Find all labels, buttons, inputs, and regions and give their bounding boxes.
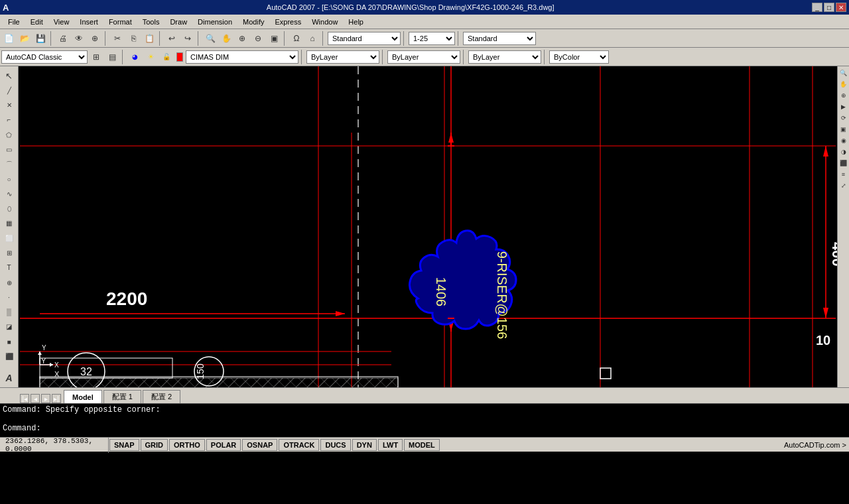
open-button[interactable]: 📂 [17,31,32,46]
spline-button[interactable]: ∿ [2,187,17,200]
tab-prev-btn[interactable]: ◂ [31,394,40,403]
plot-button[interactable]: ⊕ [88,31,102,46]
new-button[interactable]: 📄 [1,31,16,46]
plotstyle-select[interactable]: ByColor [549,50,609,64]
view-btn[interactable]: ◉ [838,135,849,146]
block-button[interactable]: ⬛ [2,349,17,363]
line-button[interactable]: ╱ [2,84,17,97]
properties-button[interactable]: Ω [289,31,304,46]
minimize-button[interactable]: _ [812,3,822,12]
save-button[interactable]: 💾 [33,31,48,46]
menu-tools[interactable]: Tools [137,17,165,27]
pick-button[interactable]: ↖ [2,69,17,82]
rect-button[interactable]: ▭ [2,143,17,156]
arc-button[interactable]: ⌒ [2,158,17,171]
menu-help[interactable]: Help [343,17,369,27]
copy-button[interactable]: ⎘ [126,31,141,46]
drawing-area[interactable]: ↖ ╱ ✕ ⌐ ⬠ ▭ ⌒ ○ ∿ ⬯ ▦ ⬜ ⊞ T ⊕ · ▒ ◪ ■ ⬛ … [0,66,849,387]
viewcube-btn[interactable]: ⬛ [838,158,849,168]
menu-express[interactable]: Express [269,17,306,27]
tab-last-btn[interactable]: ▸| [52,394,61,403]
paste-button[interactable]: 📋 [142,31,157,46]
grid-button[interactable]: GRID [141,439,168,451]
zoom-pan[interactable]: ✋ [219,31,233,46]
fullscreen-btn[interactable]: ⤢ [838,180,849,191]
pan-rt-btn[interactable]: ✋ [838,79,849,90]
lineweight-select[interactable]: ByLayer [468,50,541,64]
zoom-in[interactable]: ⊕ [235,31,249,46]
tab-layout2[interactable]: 配置 2 [143,390,180,403]
gradient-button[interactable]: ▒ [2,306,17,319]
dim-scale-select[interactable]: 1-25 [409,32,455,45]
ellipse-button[interactable]: ⬯ [2,202,17,216]
print-button[interactable]: 🖨 [56,31,70,46]
tab-next-btn[interactable]: ▸ [41,394,50,403]
layer-select[interactable]: CIMAS DIM [186,50,298,64]
menu-edit[interactable]: Edit [25,17,48,27]
canvas[interactable]: 2200 400 10 9-RISER@156 1406 [19,66,837,387]
matchprop-button[interactable]: ⌂ [305,31,320,46]
insert-button[interactable]: ⊕ [2,276,17,289]
close-button[interactable]: ✕ [836,3,846,12]
ducs-button[interactable]: DUCS [320,439,350,451]
preview-button[interactable]: 👁 [72,31,86,46]
hatch-button[interactable]: ▦ [2,217,17,230]
dyn-button[interactable]: DYN [352,439,377,451]
zoom-realtime[interactable]: 🔍 [203,31,218,46]
table-button[interactable]: ⊞ [2,246,17,259]
menu-dimension[interactable]: Dimension [192,17,237,27]
layer-lock[interactable]: 🔓 [159,50,174,64]
xline-button[interactable]: ✕ [2,99,17,112]
undo-button[interactable]: ↩ [164,31,179,46]
face-button[interactable]: ◪ [2,320,17,334]
cut-button[interactable]: ✂ [110,31,125,46]
polar-button[interactable]: POLAR [206,439,241,451]
redo-button[interactable]: ↪ [180,31,195,46]
point-button[interactable]: · [2,290,17,304]
lwt-button[interactable]: LWT [378,439,403,451]
showmotion-btn[interactable]: ▶ [838,101,849,112]
tab-model[interactable]: Model [64,390,102,403]
autocadtip-brand[interactable]: AutoCADTip.com > [784,441,846,449]
model-space-button[interactable]: MODEL [404,439,440,451]
tab-layout1[interactable]: 配置 1 [103,390,141,403]
zoom-window[interactable]: ▣ [267,31,281,46]
polygon-button[interactable]: ⬠ [2,128,17,141]
otrack-button[interactable]: OTRACK [279,439,319,451]
dim-style-select[interactable]: Standard [463,32,536,45]
linetype-select[interactable]: ByLayer [387,50,460,64]
menu-format[interactable]: Format [103,17,137,27]
layer-manager-button[interactable]: ⊞ [89,50,103,64]
text-button[interactable]: T [2,261,17,275]
window-controls[interactable]: _ □ ✕ [812,3,846,12]
menu-insert[interactable]: Insert [74,17,103,27]
color-select[interactable]: ByLayer [306,50,379,64]
polyline-button[interactable]: ⌐ [2,113,17,127]
osnap-button[interactable]: OSNAP [242,439,277,451]
circle-button[interactable]: ○ [2,172,17,186]
text-style-select[interactable]: Standard [328,32,401,45]
a-text[interactable]: A [2,371,17,385]
orbit-btn[interactable]: ⟳ [838,113,849,123]
zoom-rt-btn[interactable]: 🔍 [838,68,849,78]
tab-first-btn[interactable]: |◂ [20,394,29,403]
solid-button[interactable]: ■ [2,335,17,348]
restore-button[interactable]: □ [824,3,834,12]
menu-modify[interactable]: Modify [237,17,269,27]
zoom-out[interactable]: ⊖ [251,31,265,46]
ortho-button[interactable]: ORTHO [169,439,205,451]
region-button[interactable]: ⬜ [2,231,17,245]
menu-draw[interactable]: Draw [164,17,192,27]
menu-view[interactable]: View [48,17,75,27]
tab-nav[interactable]: |◂ ◂ ▸ ▸| [20,394,61,403]
workspace-select[interactable]: AutoCAD Classic [1,50,88,64]
menu-window[interactable]: Window [306,17,343,27]
workspace-rt-btn[interactable]: ≡ [838,169,849,180]
snap-button[interactable]: SNAP [109,439,139,451]
model-btn[interactable]: ▣ [838,124,849,135]
menu-file[interactable]: File [3,17,25,27]
steering-btn[interactable]: ⊕ [838,90,849,101]
layer-freeze[interactable]: ☀ [143,50,158,64]
layer-props-button[interactable]: ▤ [105,50,119,64]
render-btn[interactable]: ◑ [838,147,849,157]
